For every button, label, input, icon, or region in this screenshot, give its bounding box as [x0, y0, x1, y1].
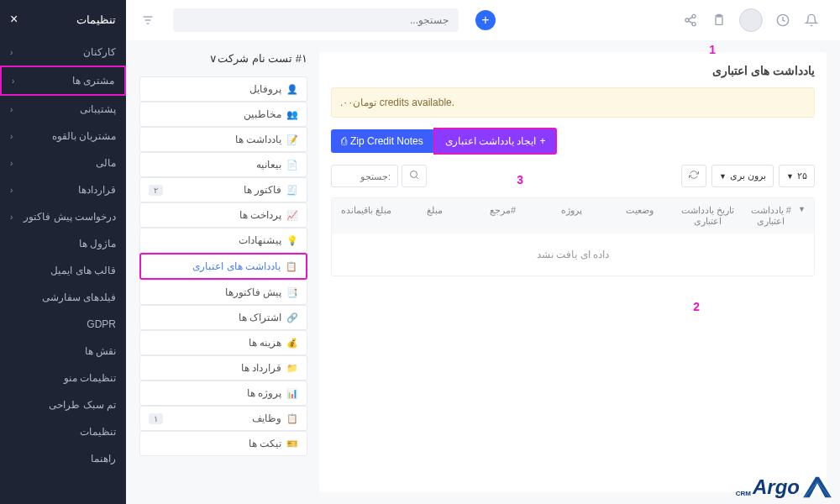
sidebar-item-2[interactable]: پشتیبانی‹ [0, 96, 126, 123]
item-icon: 🔗 [286, 312, 298, 323]
share-icon[interactable] [682, 12, 699, 29]
profile-item-14[interactable]: 🎫تیکت ها [139, 431, 307, 456]
sidebar-item-0[interactable]: کارکنان‹ [0, 39, 126, 66]
profile-item-11[interactable]: 📁قرارداد ها [139, 355, 307, 381]
sidebar-item-12[interactable]: تنظیمات منو [0, 365, 126, 391]
item-icon: 📑 [286, 287, 298, 298]
plus-icon: + [539, 135, 545, 147]
profile-column: #۱ تست نام شرکت∨ 👤پروفایل👥مخاطبین📝یادداش… [139, 52, 307, 492]
settings-sidebar: تنظیمات × کارکنان‹مشتری ها‹پشتیبانی‹مشتر… [0, 0, 126, 504]
chevron-left-icon: ‹ [10, 159, 13, 168]
table-empty-state: داده ای یافت نشد [332, 234, 814, 276]
item-icon: 🧾 [286, 185, 298, 196]
profile-item-8[interactable]: 📑پیش فاکتورها [139, 280, 307, 305]
profile-item-10[interactable]: 💰هزینه ها [139, 330, 307, 355]
clock-icon[interactable] [774, 12, 791, 29]
clipboard-icon[interactable] [711, 12, 727, 29]
table-search [331, 165, 427, 187]
refresh-button[interactable] [681, 165, 706, 187]
credit-notes-table: ▼# یادداشت اعتباریتاریخ یادداشت اعتباریو… [331, 197, 815, 276]
item-icon: 📝 [286, 134, 298, 145]
sidebar-title: تنظیمات [76, 13, 116, 26]
table-header-col[interactable]: مبلغ [400, 198, 468, 234]
table-header-col[interactable]: تاریخ یادداشت اعتباری [674, 198, 742, 234]
item-icon: 📊 [286, 388, 298, 399]
sidebar-item-6[interactable]: درخواست پیش فاکتور‹ [0, 203, 126, 230]
profile-item-7[interactable]: 📋یادداشت های اعتباری [139, 253, 307, 280]
chevron-left-icon: ‹ [12, 76, 14, 86]
sidebar-item-14[interactable]: تنظیمات [0, 418, 126, 445]
item-icon: 💰 [286, 338, 298, 349]
profile-item-0[interactable]: 👤پروفایل [139, 76, 307, 102]
main-area: + #۱ تست نام شرکت∨ 👤پروفایل👥مخاطبین📝یادد… [126, 0, 840, 504]
profile-item-1[interactable]: 👥مخاطبین [139, 102, 307, 127]
item-icon: 👤 [286, 84, 298, 95]
annotation-3: 3 [517, 173, 523, 186]
svg-point-3 [685, 18, 689, 22]
profile-item-5[interactable]: 📈پرداخت ها [139, 202, 307, 228]
count-badge: ۲ [149, 185, 163, 196]
annotation-2: 2 [693, 300, 700, 313]
close-icon[interactable]: × [10, 12, 18, 27]
credit-notes-panel: یادداشت های اعتباری .۰۰تومان credits ava… [319, 52, 827, 492]
download-icon: ⎙ [341, 135, 347, 147]
sidebar-header: تنظیمات × [0, 0, 126, 39]
table-header-col[interactable]: مبلغ باقیمانده [332, 198, 400, 234]
table-header-col[interactable]: #مرجع [469, 198, 537, 234]
chevron-left-icon: ‹ [10, 48, 13, 57]
avatar[interactable] [739, 8, 763, 32]
table-controls: ▼برون بری ▼۲۵ [331, 165, 815, 187]
profile-item-9[interactable]: 🔗اشتراک ها [139, 305, 307, 330]
table-header-col[interactable]: وضعیت [606, 198, 674, 234]
chevron-left-icon: ‹ [10, 186, 13, 195]
profile-item-2[interactable]: 📝یادداشت ها [139, 127, 307, 152]
profile-item-4[interactable]: 🧾فاکتور ها۲ [139, 177, 307, 202]
sidebar-item-1[interactable]: مشتری ها‹ [0, 66, 126, 96]
panel-title: یادداشت های اعتباری [331, 64, 815, 77]
svg-point-8 [411, 171, 417, 178]
item-icon: 👥 [286, 109, 298, 120]
export-dropdown[interactable]: ▼برون بری [711, 165, 774, 187]
item-icon: 💡 [286, 235, 298, 246]
profile-item-13[interactable]: 📋وظایف۱ [139, 406, 307, 431]
table-search-input[interactable] [331, 165, 398, 187]
sidebar-item-15[interactable]: راهنما [0, 445, 126, 472]
sidebar-item-9[interactable]: فیلدهای سفارشی [0, 284, 126, 311]
search-button[interactable] [402, 165, 427, 187]
sidebar-item-4[interactable]: مالی‹ [0, 150, 126, 176]
filter-icon[interactable] [139, 12, 156, 29]
sidebar-item-3[interactable]: مشتریان بالقوه‹ [0, 123, 126, 150]
item-icon: 📋 [286, 261, 297, 272]
chevron-left-icon: ‹ [10, 105, 13, 114]
chevron-left-icon: ‹ [10, 213, 13, 222]
profile-item-6[interactable]: 💡پیشنهادات [139, 228, 307, 253]
profile-item-3[interactable]: 📄بیعانیه [139, 152, 307, 177]
item-icon: 📋 [286, 413, 298, 424]
table-header-col[interactable]: ▼# یادداشت اعتباری [743, 198, 814, 234]
sidebar-item-8[interactable]: قالب های ایمیل [0, 257, 126, 284]
argo-logo: Argo CRM [736, 475, 833, 499]
table-header-col[interactable]: پروژه [537, 198, 605, 234]
credits-available-bar: .۰۰تومان credits available. [331, 87, 815, 118]
zip-credit-notes-button[interactable]: ⎙ Zip Credit Notes [331, 129, 433, 153]
sidebar-item-11[interactable]: نقش ها [0, 338, 126, 365]
company-title[interactable]: #۱ تست نام شرکت∨ [139, 52, 307, 71]
sort-icon: ▼ [798, 205, 806, 227]
item-icon: 📈 [286, 210, 298, 221]
sidebar-item-5[interactable]: قراردادها‹ [0, 176, 126, 203]
sidebar-item-10[interactable]: GDPR [0, 311, 126, 338]
sidebar-item-13[interactable]: تم سبک طراحی [0, 391, 126, 418]
chevron-left-icon: ‹ [10, 132, 13, 141]
add-button[interactable]: + [475, 10, 496, 30]
bell-icon[interactable] [803, 12, 820, 29]
item-icon: 🎫 [286, 438, 298, 449]
topbar-icons [682, 8, 820, 32]
search-input[interactable] [183, 14, 449, 26]
svg-point-4 [692, 23, 696, 26]
create-credit-note-button[interactable]: ایجاد یادداشت اعتباری + [433, 128, 558, 155]
profile-item-12[interactable]: 📊پروژه ها [139, 381, 307, 406]
page-size-dropdown[interactable]: ▼۲۵ [779, 165, 815, 187]
sidebar-item-7[interactable]: ماژول ها [0, 230, 126, 257]
item-icon: 📁 [286, 363, 298, 374]
table-header: ▼# یادداشت اعتباریتاریخ یادداشت اعتباریو… [332, 198, 814, 234]
